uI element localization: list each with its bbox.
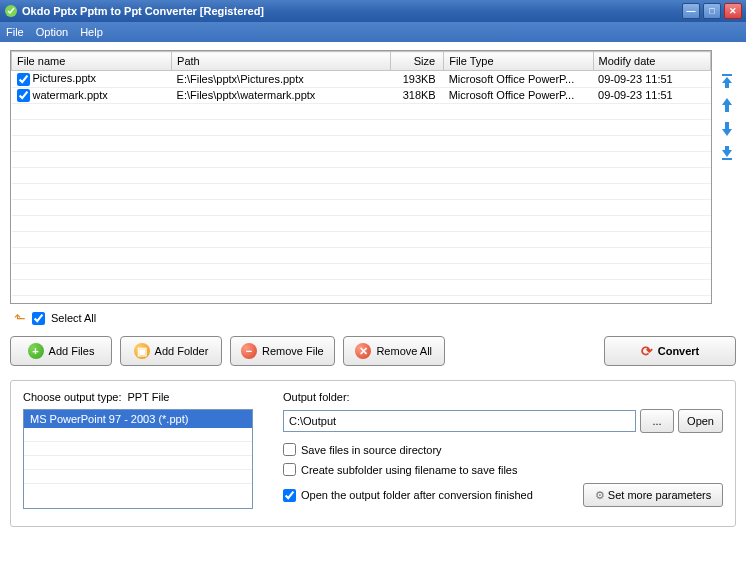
minus-icon: − — [241, 343, 257, 359]
svg-rect-1 — [722, 74, 732, 76]
output-group: Choose output type: PPT File MS PowerPoi… — [10, 380, 736, 527]
col-header-size[interactable]: Size — [390, 52, 443, 71]
up-folder-icon[interactable]: ⬑ — [14, 310, 26, 326]
browse-button[interactable]: ... — [640, 409, 674, 433]
x-icon: ✕ — [355, 343, 371, 359]
open-after-checkbox[interactable] — [283, 489, 296, 502]
save-source-checkbox[interactable] — [283, 443, 296, 456]
row-checkbox[interactable] — [17, 73, 30, 86]
reorder-buttons — [718, 50, 736, 304]
window-controls: — □ ✕ — [682, 3, 742, 19]
output-folder-input[interactable] — [283, 410, 636, 432]
output-folder-label: Output folder: — [283, 391, 723, 403]
action-button-row: + Add Files ▣ Add Folder − Remove File ✕… — [10, 336, 736, 366]
table-row[interactable]: Pictures.pptxE:\Files\pptx\Pictures.pptx… — [12, 71, 711, 88]
menu-bar: File Option Help — [0, 22, 746, 42]
titlebar: Okdo Pptx Pptm to Ppt Converter [Registe… — [0, 0, 746, 22]
convert-button[interactable]: ⟳ Convert — [604, 336, 736, 366]
remove-file-label: Remove File — [262, 345, 324, 357]
move-top-button[interactable] — [718, 72, 736, 90]
svg-rect-2 — [722, 158, 732, 160]
move-bottom-button[interactable] — [718, 144, 736, 162]
open-after-label: Open the output folder after conversion … — [301, 489, 533, 501]
file-table: File name Path Size File Type Modify dat… — [11, 51, 711, 296]
row-checkbox[interactable] — [17, 89, 30, 102]
col-header-date[interactable]: Modify date — [593, 52, 710, 71]
convert-label: Convert — [658, 345, 700, 357]
create-subfolder-checkbox[interactable] — [283, 463, 296, 476]
plus-icon: + — [28, 343, 44, 359]
minimize-button[interactable]: — — [682, 3, 700, 19]
col-header-path[interactable]: Path — [172, 52, 391, 71]
output-type-option[interactable]: MS PowerPoint 97 - 2003 (*.ppt) — [24, 410, 252, 428]
menu-file[interactable]: File — [6, 26, 24, 38]
open-button[interactable]: Open — [678, 409, 723, 433]
add-folder-button[interactable]: ▣ Add Folder — [120, 336, 222, 366]
set-more-parameters-button[interactable]: ⚙ Set more parameters — [583, 483, 723, 507]
remove-file-button[interactable]: − Remove File — [230, 336, 335, 366]
move-up-button[interactable] — [718, 96, 736, 114]
table-header-row: File name Path Size File Type Modify dat… — [12, 52, 711, 71]
close-button[interactable]: ✕ — [724, 3, 742, 19]
select-all-label: Select All — [51, 312, 96, 324]
file-table-wrap: File name Path Size File Type Modify dat… — [10, 50, 712, 304]
output-type-panel: Choose output type: PPT File MS PowerPoi… — [23, 391, 265, 514]
output-folder-panel: Output folder: ... Open Save files in so… — [283, 391, 723, 514]
create-subfolder-label: Create subfolder using filename to save … — [301, 464, 517, 476]
main-content: File name Path Size File Type Modify dat… — [0, 42, 746, 537]
select-all-row: ⬑ Select All — [10, 310, 736, 326]
add-folder-label: Add Folder — [155, 345, 209, 357]
remove-all-label: Remove All — [376, 345, 432, 357]
save-source-label: Save files in source directory — [301, 444, 442, 456]
col-header-name[interactable]: File name — [12, 52, 172, 71]
table-row[interactable]: watermark.pptxE:\Files\pptx\watermark.pp… — [12, 87, 711, 104]
move-down-button[interactable] — [718, 120, 736, 138]
choose-output-label: Choose output type: — [23, 391, 121, 403]
window-title: Okdo Pptx Pptm to Ppt Converter [Registe… — [22, 5, 682, 17]
choose-output-value: PPT File — [127, 391, 169, 403]
menu-option[interactable]: Option — [36, 26, 68, 38]
more-params-label: Set more parameters — [608, 489, 711, 501]
select-all-checkbox[interactable] — [32, 312, 45, 325]
menu-help[interactable]: Help — [80, 26, 103, 38]
add-files-button[interactable]: + Add Files — [10, 336, 112, 366]
remove-all-button[interactable]: ✕ Remove All — [343, 336, 445, 366]
app-icon — [4, 4, 18, 18]
col-header-type[interactable]: File Type — [444, 52, 593, 71]
maximize-button[interactable]: □ — [703, 3, 721, 19]
output-type-list[interactable]: MS PowerPoint 97 - 2003 (*.ppt) — [23, 409, 253, 509]
convert-icon: ⟳ — [641, 343, 653, 359]
gear-icon: ⚙ — [595, 489, 605, 501]
add-files-label: Add Files — [49, 345, 95, 357]
folder-icon: ▣ — [134, 343, 150, 359]
